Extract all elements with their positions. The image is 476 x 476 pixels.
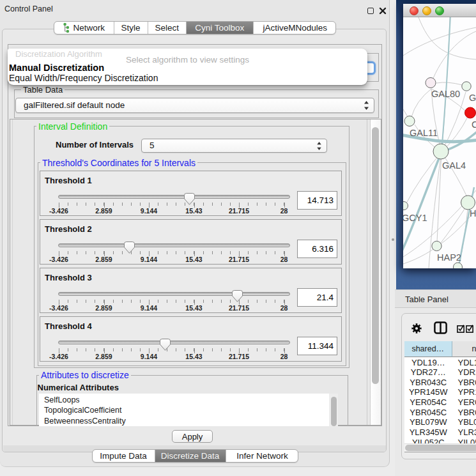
- svg-text:HAP2: HAP2: [437, 252, 461, 263]
- svg-text:C: C: [472, 119, 476, 130]
- svg-text:GA: GA: [469, 93, 476, 103]
- svg-text:H: H: [470, 208, 476, 219]
- svg-text:GAL4: GAL4: [442, 160, 466, 171]
- svg-text:GCY1: GCY1: [403, 213, 427, 223]
- svg-text:GAL11: GAL11: [410, 128, 438, 138]
- svg-text:GAL80: GAL80: [431, 89, 460, 99]
